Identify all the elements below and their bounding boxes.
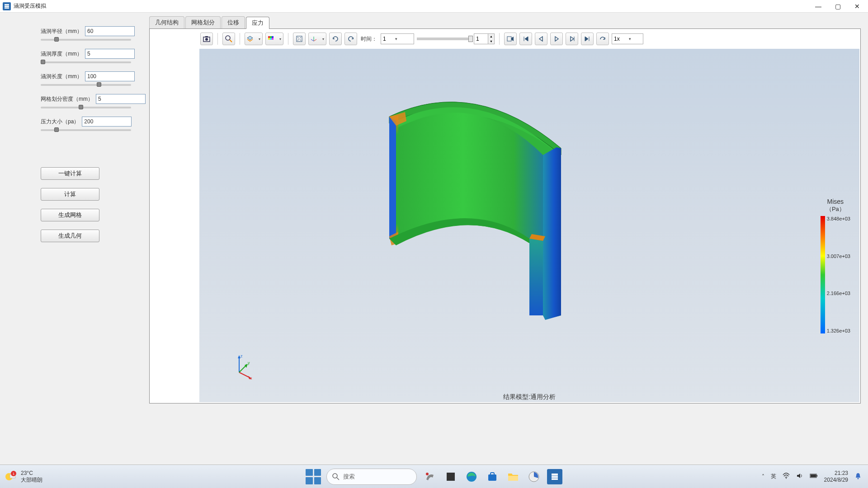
taskbar-app-current[interactable]	[547, 469, 562, 484]
weather-icon[interactable]: 1	[4, 470, 17, 483]
tab-stress[interactable]: 应力	[246, 17, 269, 29]
legend-tick: 3.848e+03	[827, 216, 850, 221]
param-radius: 涵洞半径（mm）	[41, 26, 136, 41]
param-label: 压力大小（pa）	[41, 118, 79, 126]
length-input[interactable]	[85, 71, 135, 81]
minimize-button[interactable]: —	[815, 3, 821, 10]
axes-small-icon	[311, 36, 317, 42]
radius-input[interactable]	[85, 26, 135, 36]
notifications-icon[interactable]	[854, 472, 862, 481]
first-icon	[523, 36, 528, 42]
step-first-button[interactable]	[519, 33, 532, 45]
svg-rect-7	[270, 36, 272, 38]
taskbar-app-3[interactable]	[526, 469, 542, 484]
taskbar-app-store[interactable]	[485, 469, 500, 484]
step-back-button[interactable]	[535, 33, 547, 45]
colormap-button[interactable]: ▾	[265, 33, 283, 45]
svg-rect-12	[297, 36, 302, 42]
loop-button[interactable]	[596, 33, 609, 45]
taskbar-app-1[interactable]	[422, 469, 438, 484]
time-slider[interactable]	[417, 38, 471, 40]
speed-select[interactable]: 1x▾	[612, 33, 643, 44]
ime-indicator[interactable]: 英	[771, 473, 776, 480]
svg-rect-33	[491, 473, 494, 475]
taskbar-app-edge[interactable]	[464, 469, 479, 484]
app-icon	[3, 2, 11, 10]
colorbar	[821, 216, 825, 333]
frame-spinner[interactable]: 1 ▲▼	[474, 33, 495, 44]
close-button[interactable]: ✕	[854, 3, 860, 10]
tray-chevron[interactable]: ˄	[762, 474, 764, 480]
tab-displacement[interactable]: 位移	[222, 16, 245, 28]
generate-mesh-button[interactable]: 生成网格	[41, 209, 99, 221]
taskbar-search[interactable]: 搜索	[326, 469, 417, 485]
svg-line-19	[239, 372, 250, 378]
titlebar: 涵洞受压模拟 — ▢ ✕	[0, 0, 868, 13]
fit-icon	[296, 36, 302, 42]
tab-geometry[interactable]: 几何结构	[149, 16, 184, 28]
generate-geometry-button[interactable]: 生成几何	[41, 230, 99, 242]
cube-color-icon	[268, 36, 274, 42]
tab-mesh[interactable]: 网格划分	[185, 16, 221, 28]
svg-rect-3	[205, 36, 208, 38]
magnifier-icon	[225, 35, 232, 42]
compute-button[interactable]: 计算	[41, 188, 99, 201]
next-icon	[569, 36, 575, 42]
stress-model	[362, 89, 579, 324]
play-button[interactable]	[550, 33, 563, 45]
clock[interactable]: 21:23 2024/8/29	[824, 470, 848, 483]
orientation-button[interactable]: ▾	[308, 33, 326, 45]
mesh-input[interactable]	[96, 94, 146, 104]
one-click-compute-button[interactable]: 一键计算	[41, 167, 99, 180]
screenshot-button[interactable]	[200, 33, 213, 45]
rotate-cw-button[interactable]	[329, 33, 342, 45]
layers-button[interactable]: ▾	[245, 33, 263, 45]
maximize-button[interactable]: ▢	[835, 3, 841, 10]
svg-point-37	[786, 478, 787, 479]
svg-rect-30	[447, 473, 455, 481]
step-last-button[interactable]	[581, 33, 594, 45]
svg-rect-39	[816, 475, 817, 477]
last-icon	[585, 36, 590, 42]
svg-line-14	[314, 39, 316, 41]
window-title: 涵洞受压模拟	[14, 2, 46, 10]
thickness-input[interactable]	[85, 49, 135, 59]
viewer-frame: ▾ ▾ ▾ 时间：	[149, 28, 861, 404]
fit-view-button[interactable]	[293, 33, 306, 45]
battery-icon[interactable]	[810, 473, 818, 480]
rotate-cw-icon	[332, 35, 339, 42]
wifi-icon[interactable]	[783, 473, 790, 480]
time-select[interactable]: 1▾	[381, 33, 414, 44]
svg-point-41	[857, 478, 859, 479]
taskbar-app-explorer[interactable]	[505, 469, 521, 484]
pressure-input[interactable]	[82, 117, 132, 127]
taskbar-app-2[interactable]	[443, 469, 458, 484]
legend-tick: 2.166e+03	[827, 291, 850, 296]
mesh-slider[interactable]	[41, 107, 131, 108]
result-caption: 结果模型:通用分析	[503, 393, 556, 401]
svg-line-5	[230, 40, 232, 42]
step-forward-button[interactable]	[566, 33, 578, 45]
result-tabs: 几何结构 网格划分 位移 应力	[149, 16, 861, 28]
rotate-ccw-button[interactable]	[344, 33, 357, 45]
windows-taskbar: 1 23°C 大部晴朗 搜索 ˄ 英 21:23 2024/8/29	[0, 465, 868, 488]
svg-point-29	[426, 473, 429, 475]
viewport-3d[interactable]: z y x Mises （Pa） 3.848e+03 3.007e+03 2.1…	[199, 49, 859, 402]
thickness-slider[interactable]	[41, 61, 131, 63]
axes-gizmo: z y x	[231, 354, 254, 380]
start-button[interactable]	[306, 469, 321, 484]
radius-slider[interactable]	[41, 39, 131, 41]
time-label: 时间：	[361, 35, 377, 43]
svg-rect-8	[272, 36, 274, 38]
record-button[interactable]	[504, 33, 517, 45]
zoom-button[interactable]	[222, 33, 235, 45]
parameters-panel: 涵洞半径（mm） 涵洞厚度（mm） 涵洞长度（mm） 网格划分密度（mm）	[0, 13, 149, 465]
legend-unit: （Pa）	[821, 205, 850, 213]
svg-line-20	[239, 365, 246, 372]
length-slider[interactable]	[41, 84, 131, 86]
svg-point-4	[226, 36, 230, 40]
rotate-ccw-icon	[347, 35, 354, 42]
pressure-slider[interactable]	[41, 129, 131, 131]
volume-icon[interactable]	[796, 473, 803, 480]
weather-text[interactable]: 23°C 大部晴朗	[21, 470, 42, 483]
